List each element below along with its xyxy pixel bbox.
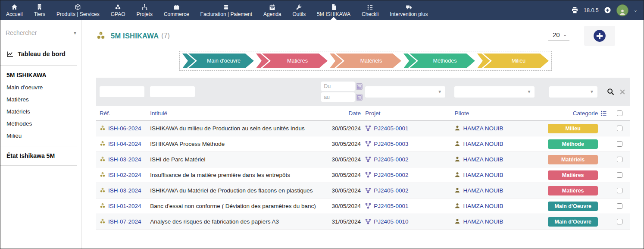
pilot-link[interactable]: HAMZA NOUIB xyxy=(463,218,503,225)
nav-item-produits-services[interactable]: Produits | Services xyxy=(51,0,105,20)
row-checkbox[interactable] xyxy=(617,172,622,178)
ref-link[interactable]: ISH-01-2024 xyxy=(108,203,141,209)
user-icon xyxy=(454,125,460,131)
title-bar: 5M ISHIKAWA (7) 20 ⌄ xyxy=(96,26,615,46)
ref-link[interactable]: ISH-03-2024 xyxy=(108,187,141,194)
sidebar-item-main-doeuvre[interactable]: Main d'oeuvre xyxy=(6,84,77,91)
printer-icon[interactable] xyxy=(571,6,578,14)
add-record-button[interactable] xyxy=(584,26,615,46)
nav-label: Agenda xyxy=(263,11,281,17)
sidebar-item-methodes[interactable]: Méthodes xyxy=(6,120,77,127)
nav-item-commerce[interactable]: Commerce xyxy=(158,0,195,20)
filter-date-from-input[interactable] xyxy=(321,82,355,91)
user-icon xyxy=(454,141,460,147)
filter-title-input[interactable] xyxy=(150,86,195,97)
column-header-title[interactable]: Intitulé xyxy=(150,106,318,121)
ishikawa-5m-flow: Main d'oeuvre Matières Matériels Méthode… xyxy=(179,51,552,71)
nav-label: Outils xyxy=(292,11,306,17)
project-link[interactable]: PJ2405-0003 xyxy=(374,141,408,147)
nav-item-projets[interactable]: Projets xyxy=(131,0,158,20)
sidebar-item-matieres[interactable]: Matières xyxy=(6,96,77,103)
row-checkbox[interactable] xyxy=(617,157,622,162)
ref-link[interactable]: ISH-04-2024 xyxy=(108,141,141,147)
cubes-icon xyxy=(100,203,106,209)
nav-item-agenda[interactable]: Agenda xyxy=(258,0,287,20)
nav-item-accueil[interactable]: Accueil xyxy=(0,0,28,20)
filter-pilot-select[interactable]: ▼ xyxy=(454,86,535,98)
nav-item-checkli[interactable]: Checkli xyxy=(356,0,384,20)
sitemap-icon xyxy=(141,4,148,10)
project-link[interactable]: PJ2405-0001 xyxy=(374,203,408,209)
pilot-link[interactable]: HAMZA NOUIB xyxy=(463,203,503,209)
pilot-link[interactable]: HAMZA NOUIB xyxy=(463,172,503,178)
row-checkbox[interactable] xyxy=(617,203,622,209)
user-avatar[interactable] xyxy=(616,4,628,16)
project-link[interactable]: PJ2405-0002 xyxy=(374,156,408,163)
filter-category-select[interactable]: ▼ xyxy=(549,86,597,98)
project-icon xyxy=(365,172,371,178)
ref-link[interactable]: ISH-06-2024 xyxy=(108,125,141,132)
filter-ref-input[interactable] xyxy=(100,86,144,97)
row-title: ISHIKAWA du milieu de Production au sein… xyxy=(150,125,304,132)
plus-circle-icon[interactable] xyxy=(604,6,611,14)
nav-item-tiers[interactable]: Tiers xyxy=(28,0,51,20)
pilot-link[interactable]: HAMZA NOUIB xyxy=(463,156,503,163)
nav-item-gpao[interactable]: GPAO xyxy=(105,0,131,20)
category-badge: Matériels xyxy=(548,155,598,164)
row-checkbox[interactable] xyxy=(617,188,622,193)
search-icon[interactable] xyxy=(607,88,614,95)
row-date: 30/05/2024 xyxy=(332,141,361,147)
cubes-icon xyxy=(100,141,106,147)
divider xyxy=(0,146,77,146)
project-link[interactable]: PJ2405-0002 xyxy=(374,187,408,194)
nav-item-facturation-paiement[interactable]: Facturation | Paiement xyxy=(195,0,258,20)
flow-step-methodes: Méthodes xyxy=(403,54,475,68)
chevron-down-icon[interactable]: ▼ xyxy=(73,31,77,35)
flow-step-materiels: Matériels xyxy=(330,54,401,68)
flow-step-label: Milieu xyxy=(483,54,549,68)
pilot-link[interactable]: HAMZA NOUIB xyxy=(463,125,503,132)
project-icon xyxy=(365,125,371,131)
column-header-category[interactable]: Categorie xyxy=(543,106,600,121)
pilot-link[interactable]: HAMZA NOUIB xyxy=(463,187,503,194)
category-badge: Matières xyxy=(548,170,598,180)
sidebar-item-materiels[interactable]: Matériels xyxy=(6,108,77,115)
row-checkbox[interactable] xyxy=(617,126,622,131)
nav-item-outils[interactable]: Outils xyxy=(287,0,311,20)
ref-link[interactable]: ISH-07-2024 xyxy=(108,218,141,225)
list-view-icon[interactable] xyxy=(600,110,607,117)
filter-project-select[interactable]: ▼ xyxy=(365,86,445,98)
page-size-selector[interactable]: 20 ⌄ xyxy=(548,31,569,41)
calendar-picker-button[interactable] xyxy=(356,83,363,90)
row-checkbox[interactable] xyxy=(617,219,622,224)
nav-item-5m-ishikawa[interactable]: 5M ISHIKAWA xyxy=(311,0,356,20)
filter-row: ▼ ▼ ▼ xyxy=(96,78,630,106)
row-title: ISHIKAWA du Matériel de Production des f… xyxy=(150,187,313,194)
cubes-icon xyxy=(100,187,106,193)
home-icon xyxy=(11,4,18,10)
sidebar-item-milieu[interactable]: Milieu xyxy=(6,132,77,139)
chevron-down-icon[interactable]: ⌄ xyxy=(634,7,638,13)
calendar-picker-button[interactable] xyxy=(356,94,363,101)
column-header-pilot[interactable]: Pilote xyxy=(454,106,543,121)
project-icon xyxy=(365,141,371,147)
column-header-project[interactable]: Projet xyxy=(365,106,454,121)
column-header-ref[interactable]: Réf. xyxy=(96,106,150,121)
column-header-date[interactable]: Date xyxy=(318,106,365,121)
table-row: ISH-07-2024 Analyse des risques de fabri… xyxy=(96,214,630,230)
sidebar-item-etat-ishikawa-5m[interactable]: État Ishikawa 5M xyxy=(6,152,77,159)
clear-filters-icon[interactable] xyxy=(619,89,625,95)
row-checkbox[interactable] xyxy=(617,141,622,147)
sidebar-item-tableau-de-bord[interactable]: Tableau de bord xyxy=(6,50,77,57)
project-link[interactable]: PJ2405-0010 xyxy=(374,218,408,225)
pilot-link[interactable]: HAMZA NOUIB xyxy=(463,141,503,147)
filter-date-to-input[interactable] xyxy=(321,92,355,102)
flow-step-label: Matières xyxy=(262,54,328,68)
search-input[interactable] xyxy=(6,29,62,36)
ref-link[interactable]: ISH-02-2024 xyxy=(108,172,141,178)
project-link[interactable]: PJ2405-0001 xyxy=(374,125,408,132)
project-link[interactable]: PJ2405-0002 xyxy=(374,172,408,178)
nav-item-intervention-plus[interactable]: Intervention plus xyxy=(384,0,433,20)
ref-link[interactable]: ISH-03-2024 xyxy=(108,156,141,163)
select-all-checkbox[interactable] xyxy=(617,110,622,116)
